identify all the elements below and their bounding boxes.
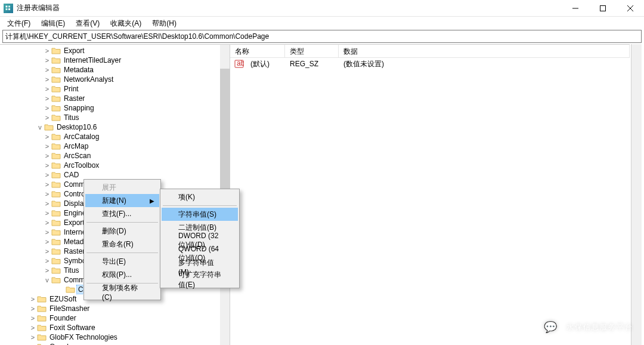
tree-node[interactable]: >Google: [0, 342, 230, 345]
tree-node-label: ArcCatalog: [63, 133, 100, 141]
sub-key[interactable]: 项(K): [162, 190, 238, 204]
menu-edit[interactable]: 编辑(E): [36, 17, 70, 30]
tree-node[interactable]: >ArcToolbox: [0, 161, 230, 170]
expand-toggle-icon[interactable]: >: [43, 248, 51, 255]
sub-expand[interactable]: 可扩充字符串值(E): [162, 273, 238, 287]
ctx-export[interactable]: 导出(E): [85, 255, 159, 268]
tree-node[interactable]: >GlobFX Technologies: [0, 332, 230, 342]
ctx-rename[interactable]: 重命名(R): [85, 238, 159, 251]
expand-toggle-icon[interactable]: >: [43, 257, 51, 264]
tree-node-label: Metadata: [63, 66, 95, 74]
window-scrollbar[interactable]: [631, 44, 642, 345]
tree-node[interactable]: >InternetTiledLayer: [0, 56, 230, 65]
svg-rect-1: [8, 5, 10, 7]
folder-icon: [51, 142, 61, 150]
expand-toggle-icon[interactable]: >: [43, 85, 51, 93]
expand-toggle-icon[interactable]: >: [43, 143, 51, 150]
expand-toggle-icon[interactable]: >: [29, 305, 37, 312]
expand-toggle-icon[interactable]: >: [43, 47, 51, 54]
ctx-find[interactable]: 查找(F)...: [85, 207, 159, 220]
tree-node-label: EZUSoft: [48, 295, 78, 303]
col-name[interactable]: 名称: [230, 45, 285, 57]
tree-node-label: CAD: [63, 171, 80, 179]
expand-toggle-icon[interactable]: >: [43, 114, 51, 121]
expand-toggle-icon[interactable]: >: [43, 210, 51, 217]
folder-icon: [51, 56, 61, 64]
folder-icon: [37, 324, 47, 332]
tree-node[interactable]: >ArcScan: [0, 151, 230, 161]
expand-toggle-icon[interactable]: >: [29, 295, 37, 303]
expand-toggle-icon[interactable]: >: [43, 219, 51, 226]
value-name: (默认): [246, 59, 285, 69]
tree-node[interactable]: >NetworkAnalyst: [0, 75, 230, 84]
svg-rect-2: [6, 8, 8, 10]
value-row-default[interactable]: ab (默认) REG_SZ (数值未设置): [230, 58, 630, 70]
tree-node[interactable]: >Founder: [0, 313, 230, 323]
col-data[interactable]: 数据: [339, 45, 630, 57]
maximize-button[interactable]: [589, 0, 617, 17]
tree-node[interactable]: >ArcMap: [0, 141, 230, 151]
expand-toggle-icon[interactable]: >: [43, 267, 51, 274]
tree-node-label: ArcToolbox: [63, 161, 100, 170]
tree-node[interactable]: >Raster: [0, 94, 230, 103]
tree-node[interactable]: >Print: [0, 84, 230, 94]
tree-node[interactable]: >Metadata: [0, 65, 230, 75]
folder-icon: [44, 123, 54, 131]
tree-node[interactable]: >FileSmasher: [0, 304, 230, 313]
svg-rect-3: [8, 8, 10, 10]
menu-file[interactable]: 文件(F): [2, 17, 35, 30]
close-button[interactable]: [617, 0, 644, 17]
folder-icon: [51, 47, 61, 55]
expand-toggle-icon[interactable]: v: [36, 124, 44, 131]
tree-node[interactable]: >ArcCatalog: [0, 132, 230, 141]
ctx-copy-key-name[interactable]: 复制项名称(C): [85, 285, 159, 298]
new-submenu: 项(K) 字符串值(S) 二进制值(B) DWORD (32 位)值(D) QW…: [160, 189, 240, 288]
expand-toggle-icon[interactable]: >: [43, 181, 51, 188]
expand-toggle-icon[interactable]: >: [43, 190, 51, 198]
folder-icon: [37, 333, 47, 341]
expand-toggle-icon[interactable]: >: [29, 334, 37, 341]
expand-toggle-icon[interactable]: >: [43, 229, 51, 236]
expand-toggle-icon[interactable]: >: [29, 315, 37, 322]
minimize-button[interactable]: [562, 0, 589, 17]
expand-toggle-icon[interactable]: >: [43, 133, 51, 140]
tree-node[interactable]: >Export: [0, 46, 230, 56]
ctx-delete[interactable]: 删除(D): [85, 224, 159, 238]
tree-node-label: Export: [63, 218, 86, 227]
menu-help[interactable]: 帮助(H): [147, 17, 181, 30]
folder-icon: [51, 161, 61, 170]
tree-node[interactable]: vDesktop10.6: [0, 122, 230, 132]
expand-toggle-icon[interactable]: >: [29, 324, 37, 331]
tree-node[interactable]: >Titus: [0, 113, 230, 122]
expand-toggle-icon[interactable]: >: [43, 95, 51, 102]
expand-toggle-icon[interactable]: >: [43, 57, 51, 64]
tree-node-label: Snapping: [63, 104, 95, 112]
expand-toggle-icon[interactable]: >: [43, 152, 51, 159]
expand-toggle-icon[interactable]: >: [43, 171, 51, 178]
tree-node-label: Export: [63, 47, 86, 55]
col-type[interactable]: 类型: [285, 45, 339, 57]
tree-node[interactable]: >Foxit Software: [0, 323, 230, 332]
expand-toggle-icon[interactable]: >: [43, 238, 51, 245]
menu-favorites[interactable]: 收藏夹(A): [106, 17, 146, 30]
expand-toggle-icon[interactable]: v: [43, 276, 51, 284]
folder-icon: [66, 285, 75, 294]
ctx-permissions[interactable]: 权限(P)...: [85, 268, 159, 281]
menu-view[interactable]: 查看(V): [71, 17, 104, 30]
sub-string[interactable]: 字符串值(S): [162, 208, 238, 221]
expand-toggle-icon[interactable]: >: [43, 162, 51, 169]
folder-icon: [51, 180, 61, 189]
expand-toggle-icon[interactable]: >: [43, 76, 51, 83]
folder-icon: [37, 314, 47, 322]
ctx-new[interactable]: 新建(N) ▶: [85, 194, 159, 207]
tree-node-label: Google: [48, 343, 74, 345]
expand-toggle-icon[interactable]: >: [43, 200, 51, 207]
expand-toggle-icon[interactable]: >: [43, 66, 51, 73]
expand-toggle-icon[interactable]: >: [43, 104, 51, 112]
tree-node-label: Titus: [63, 266, 80, 275]
tree-node-label: Foxit Software: [48, 324, 97, 332]
address-bar[interactable]: 计算机\HKEY_CURRENT_USER\Software\ESRI\Desk…: [2, 30, 642, 43]
tree-node[interactable]: >Snapping: [0, 103, 230, 113]
tree-node[interactable]: >CAD: [0, 170, 230, 180]
ctx-expand[interactable]: 展开: [85, 181, 159, 194]
